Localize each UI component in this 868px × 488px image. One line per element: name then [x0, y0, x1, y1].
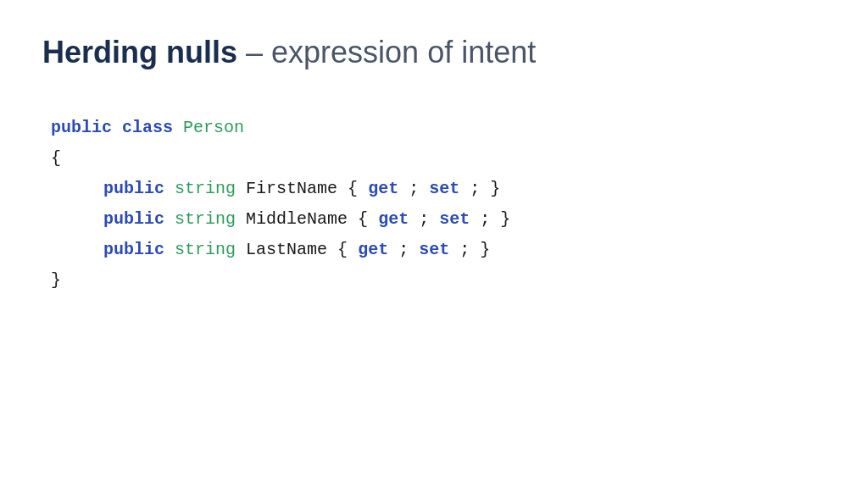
type-string-2: string — [175, 209, 236, 229]
title-normal: – expression of intent — [237, 35, 536, 69]
keyword-public-3: public — [103, 240, 164, 259]
title-bold: Herding nulls — [42, 35, 237, 69]
code-line-open-brace: { — [51, 143, 826, 174]
keyword-public: public — [51, 118, 112, 137]
keyword-class: class — [122, 118, 173, 137]
type-string-3: string — [175, 240, 236, 259]
code-line-prop-lastname: public string LastName { get ; set ; } — [51, 235, 826, 265]
code-line-class-declaration: public class Person — [51, 113, 826, 143]
prop-middlename: MiddleName — [246, 209, 358, 229]
type-string-1: string — [175, 179, 236, 198]
keyword-public-1: public — [103, 179, 164, 198]
slide-title: Herding nulls – expression of intent — [42, 34, 826, 70]
slide: Herding nulls – expression of intent pub… — [0, 0, 868, 488]
code-line-prop-middlename: public string MiddleName { get ; set ; } — [51, 204, 826, 235]
code-line-close-brace: } — [51, 265, 826, 296]
prop-lastname: LastName — [246, 240, 337, 259]
keyword-public-2: public — [103, 209, 164, 229]
class-name: Person — [183, 118, 244, 137]
prop-firstname: FirstName — [246, 179, 348, 198]
code-block: public class Person { public string Firs… — [51, 113, 826, 296]
code-line-prop-firstname: public string FirstName { get ; set ; } — [51, 174, 826, 204]
